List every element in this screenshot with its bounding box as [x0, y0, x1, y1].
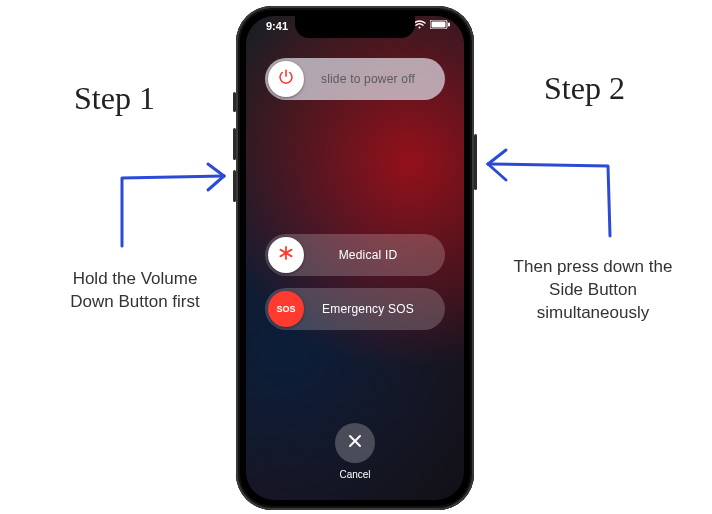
status-time: 9:41: [266, 20, 288, 32]
volume-down-button[interactable]: [233, 170, 236, 202]
medical-id-slider[interactable]: Medical ID: [265, 234, 445, 276]
power-off-label: slide to power off: [307, 72, 445, 86]
volume-up-button[interactable]: [233, 128, 236, 160]
battery-icon: [430, 20, 450, 29]
emergency-sos-slider[interactable]: SOS Emergency SOS: [265, 288, 445, 330]
emergency-sos-label: Emergency SOS: [307, 302, 445, 316]
phone-screen: 9:41 slide to power off: [246, 16, 464, 500]
close-icon: [347, 433, 363, 453]
step1-arrow: [108, 126, 248, 250]
sos-icon: SOS: [276, 304, 295, 314]
cancel-group: Cancel: [335, 423, 375, 480]
svg-point-4: [419, 27, 421, 29]
power-icon: [277, 68, 295, 90]
step2-heading: Step 2: [544, 70, 625, 107]
cancel-button[interactable]: [335, 423, 375, 463]
cancel-label: Cancel: [335, 469, 375, 480]
step1-description: Hold the Volume Down Button first: [50, 268, 220, 314]
side-button[interactable]: [474, 134, 477, 190]
step2-description: Then press down the Side Button simultan…: [508, 256, 678, 325]
step2-arrow: [480, 110, 630, 244]
asterisk-icon: [277, 244, 295, 266]
power-off-slider[interactable]: slide to power off: [265, 58, 445, 100]
notch: [295, 16, 415, 38]
emergency-sos-knob[interactable]: SOS: [268, 291, 304, 327]
power-off-knob[interactable]: [268, 61, 304, 97]
iphone-frame: 9:41 slide to power off: [236, 6, 474, 510]
svg-rect-7: [448, 23, 450, 27]
svg-rect-6: [432, 22, 446, 28]
medical-id-label: Medical ID: [307, 248, 445, 262]
mute-switch[interactable]: [233, 92, 236, 112]
step1-heading: Step 1: [74, 80, 155, 117]
medical-id-knob[interactable]: [268, 237, 304, 273]
